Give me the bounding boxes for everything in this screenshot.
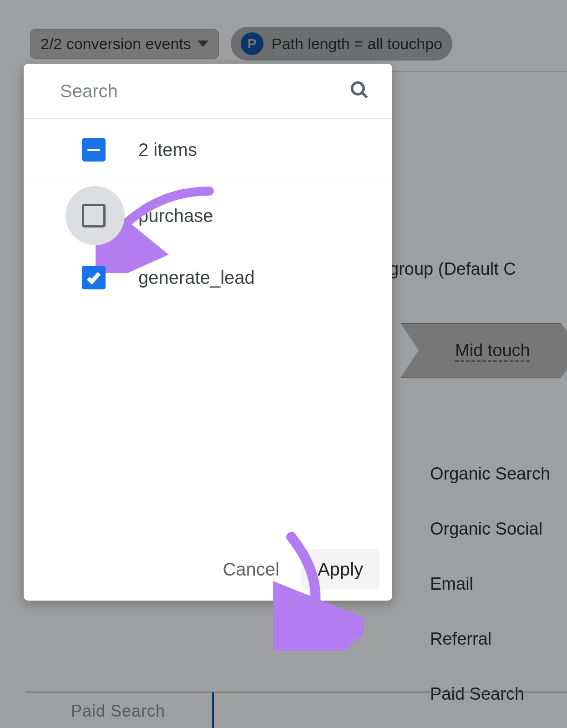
svg-point-0: [352, 83, 364, 95]
option-row-generate-lead[interactable]: generate_lead: [24, 247, 392, 308]
select-all-checkbox[interactable]: [82, 138, 106, 162]
search-input[interactable]: [60, 81, 349, 101]
option-row-purchase[interactable]: purchase: [24, 185, 392, 247]
checkbox-checked-icon[interactable]: [82, 266, 106, 289]
cancel-button[interactable]: Cancel: [206, 549, 296, 590]
summary-count-label: 2 items: [138, 140, 197, 160]
conversion-events-popover: 2 items purchase generate_lead Cancel Ap…: [24, 64, 392, 601]
search-icon[interactable]: [349, 80, 370, 102]
option-label: generate_lead: [138, 268, 255, 288]
svg-line-1: [362, 93, 367, 98]
apply-button[interactable]: Apply: [301, 549, 380, 590]
checkbox-unchecked-icon[interactable]: [82, 204, 106, 228]
option-label: purchase: [138, 206, 213, 226]
